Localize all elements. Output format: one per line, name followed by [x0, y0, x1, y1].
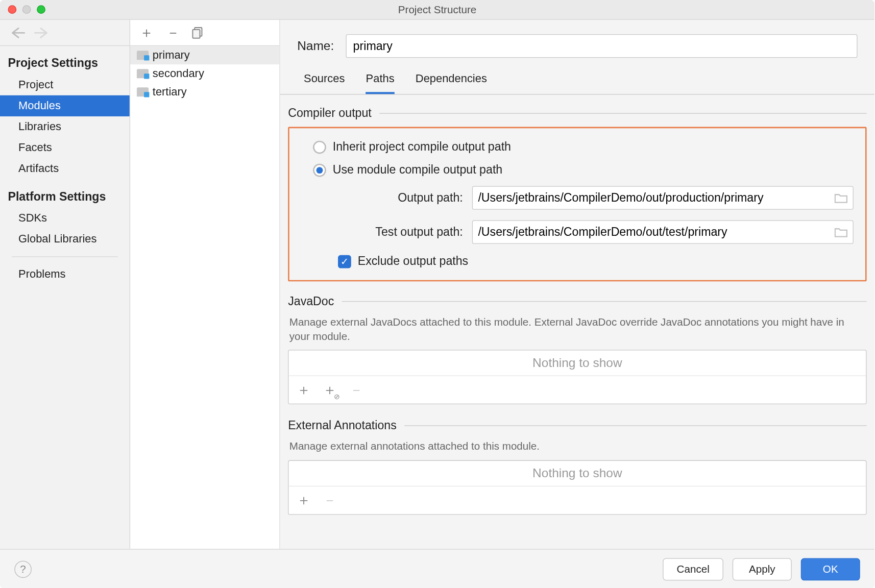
- module-item-label: primary: [153, 48, 190, 62]
- name-label: Name:: [297, 39, 334, 53]
- titlebar: Project Structure: [0, 0, 874, 20]
- module-name-input[interactable]: [346, 34, 857, 58]
- main-panel: Name: Sources Paths Dependencies Compile…: [280, 20, 874, 549]
- forward-icon[interactable]: [34, 27, 48, 38]
- tab-paths[interactable]: Paths: [366, 72, 395, 94]
- sidebar-item-libraries[interactable]: Libraries: [0, 116, 130, 137]
- help-button[interactable]: ?: [14, 560, 31, 577]
- output-path-label: Output path:: [338, 191, 463, 205]
- remove-module-icon[interactable]: －: [166, 22, 180, 42]
- add-module-icon[interactable]: ＋: [139, 22, 154, 42]
- copy-module-icon[interactable]: [192, 27, 204, 38]
- output-path-field[interactable]: [472, 186, 854, 210]
- exclude-output-row[interactable]: ✓ Exclude output paths: [338, 254, 854, 268]
- close-window-button[interactable]: [8, 5, 16, 14]
- sidebar-header-project-settings: Project Settings: [0, 51, 130, 74]
- module-item-label: tertiary: [153, 85, 187, 99]
- exclude-output-label: Exclude output paths: [358, 254, 469, 268]
- sidebar-toolbar: [0, 20, 130, 46]
- module-tabs: Sources Paths Dependencies: [280, 58, 874, 94]
- settings-sidebar: Project Settings Project Modules Librari…: [0, 20, 130, 549]
- module-folder-icon: [137, 69, 149, 78]
- tab-sources[interactable]: Sources: [304, 72, 345, 94]
- module-item-tertiary[interactable]: tertiary: [130, 83, 279, 101]
- javadoc-description: Manage external JavaDocs attached to thi…: [289, 315, 865, 344]
- back-icon[interactable]: [11, 27, 25, 38]
- body: Project Settings Project Modules Librari…: [0, 20, 874, 549]
- exclude-output-checkbox[interactable]: ✓: [338, 255, 351, 268]
- radio-inherit[interactable]: [313, 140, 326, 154]
- sidebar-item-modules[interactable]: Modules: [0, 95, 130, 116]
- apply-button[interactable]: Apply: [733, 558, 792, 580]
- sidebar-separator: [12, 256, 117, 257]
- module-list: primary secondary tertiary: [130, 46, 279, 549]
- output-path-input[interactable]: [478, 191, 830, 205]
- path-rows: Output path: Test output path:: [338, 186, 854, 244]
- module-folder-icon: [137, 87, 149, 96]
- traffic-lights: [0, 5, 45, 14]
- tab-dependencies[interactable]: Dependencies: [416, 72, 487, 94]
- annotations-description: Manage external annotations attached to …: [289, 439, 865, 454]
- radio-use-row[interactable]: Use module compile output path: [313, 163, 854, 177]
- window-title: Project Structure: [0, 4, 874, 15]
- module-toolbar: ＋ －: [130, 20, 279, 46]
- compiler-output-title: Compiler output: [288, 107, 372, 120]
- sidebar-item-project[interactable]: Project: [0, 75, 130, 95]
- sidebar-item-global-libraries[interactable]: Global Libraries: [0, 229, 130, 250]
- module-item-secondary[interactable]: secondary: [130, 64, 279, 83]
- add-url-icon[interactable]: ＋⊘: [323, 380, 337, 400]
- dialog-footer: ? Cancel Apply OK: [0, 549, 874, 588]
- sidebar-item-facets[interactable]: Facets: [0, 137, 130, 158]
- paths-scroll-area: Compiler output Inherit project compile …: [280, 94, 874, 549]
- annotations-header: External Annotations: [288, 419, 866, 433]
- remove-icon[interactable]: －: [323, 491, 337, 510]
- javadoc-empty-text: Nothing to show: [288, 351, 866, 376]
- project-structure-window: Project Structure Project Settings Proje…: [0, 0, 874, 588]
- test-output-path-input[interactable]: [478, 225, 830, 239]
- remove-icon[interactable]: －: [349, 380, 363, 400]
- cancel-button[interactable]: Cancel: [663, 558, 723, 580]
- radio-use-module[interactable]: [313, 163, 326, 177]
- browse-folder-icon[interactable]: [831, 227, 847, 237]
- radio-inherit-label: Inherit project compile output path: [333, 140, 511, 154]
- sidebar-group-project-settings: Project Settings Project Modules Librari…: [0, 46, 130, 179]
- test-output-path-row: Test output path:: [338, 220, 854, 243]
- sidebar-group-platform-settings: Platform Settings SDKs Global Libraries: [0, 180, 130, 250]
- javadoc-title: JavaDoc: [288, 295, 334, 308]
- javadoc-header: JavaDoc: [288, 295, 866, 308]
- javadoc-list: Nothing to show ＋ ＋⊘ －: [288, 350, 866, 404]
- sidebar-header-platform-settings: Platform Settings: [0, 185, 130, 208]
- module-folder-icon: [137, 51, 149, 60]
- ok-button[interactable]: OK: [801, 558, 860, 580]
- radio-inherit-row[interactable]: Inherit project compile output path: [313, 140, 854, 154]
- browse-folder-icon[interactable]: [831, 192, 847, 203]
- module-item-primary[interactable]: primary: [130, 46, 279, 64]
- output-path-row: Output path:: [338, 186, 854, 210]
- add-icon[interactable]: ＋: [297, 491, 311, 510]
- maximize-window-button[interactable]: [37, 5, 45, 14]
- module-list-panel: ＋ － primary secondary tertiary: [130, 20, 280, 549]
- compiler-output-highlight: Inherit project compile output path Use …: [288, 127, 866, 282]
- annotations-empty-text: Nothing to show: [288, 461, 866, 486]
- name-row: Name:: [280, 20, 874, 58]
- svg-rect-1: [192, 29, 200, 38]
- add-icon[interactable]: ＋: [297, 380, 311, 400]
- compiler-output-header: Compiler output: [288, 107, 866, 120]
- annotations-list: Nothing to show ＋ －: [288, 460, 866, 514]
- test-output-path-label: Test output path:: [338, 225, 463, 239]
- javadoc-toolbar: ＋ ＋⊘ －: [288, 376, 866, 404]
- radio-use-label: Use module compile output path: [333, 163, 503, 177]
- sidebar-item-sdks[interactable]: SDKs: [0, 208, 130, 229]
- minimize-window-button[interactable]: [22, 5, 31, 14]
- annotations-toolbar: ＋ －: [288, 486, 866, 514]
- sidebar-item-problems[interactable]: Problems: [0, 263, 130, 284]
- annotations-title: External Annotations: [288, 419, 397, 433]
- module-item-label: secondary: [153, 67, 204, 80]
- test-output-path-field[interactable]: [472, 220, 854, 243]
- sidebar-item-artifacts[interactable]: Artifacts: [0, 158, 130, 179]
